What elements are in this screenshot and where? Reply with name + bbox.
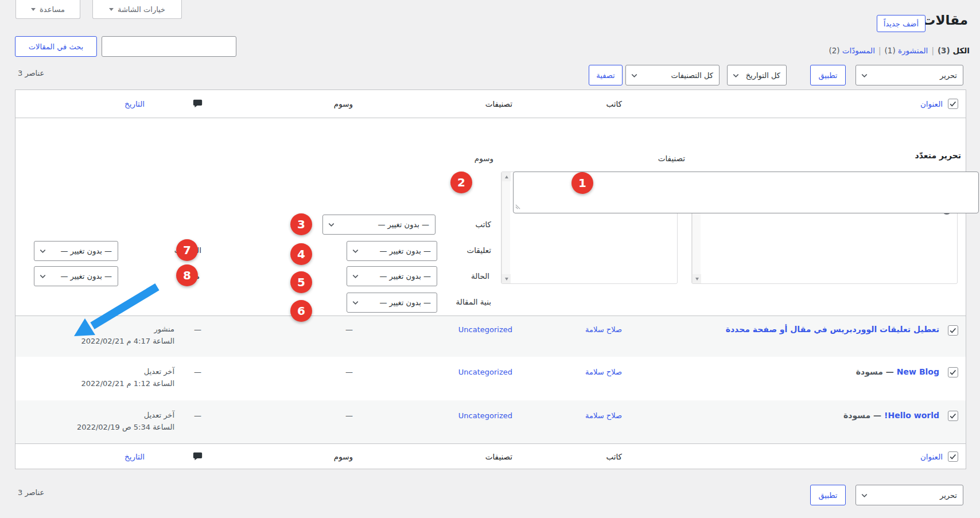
post-tags-cell: —: [345, 325, 353, 334]
scroll-down-icon[interactable]: [693, 274, 701, 283]
bulk-comments-label: تعليقات: [467, 246, 491, 255]
posts-admin-page: مساعدة خيارات الشاشة مقالات أضف جديداً ا…: [0, 0, 980, 518]
chevron-down-icon: [38, 247, 47, 255]
row-checkbox[interactable]: [948, 367, 958, 377]
post-author-link[interactable]: صلاح سلامة: [585, 368, 622, 376]
dates-filter-select[interactable]: كل التواريخ: [727, 65, 787, 85]
items-count-top: 3 عناصر: [18, 69, 44, 77]
annotation-circle-5: 5: [290, 271, 312, 293]
screen-options-tab[interactable]: خيارات الشاشة: [92, 0, 182, 19]
table-header-row: العنوان كاتب تصنيفات وسوم التاريخ: [15, 90, 966, 118]
chevron-down-icon: [351, 272, 360, 281]
filter-all[interactable]: الكل (3): [938, 46, 970, 55]
post-category-link[interactable]: Uncategorized: [458, 325, 512, 334]
bulk-author-select[interactable]: — بدون تغيير —: [322, 215, 435, 235]
chevron-down-icon: [38, 272, 47, 281]
post-tags-cell: —: [345, 368, 353, 376]
select-all-checkbox[interactable]: [948, 99, 958, 109]
dropdown-arrow-icon: [109, 8, 114, 11]
filter-button[interactable]: تصفية: [589, 65, 623, 85]
annotation-arrow: [63, 280, 169, 343]
chevron-down-icon: [630, 71, 639, 80]
bulk-comments-select[interactable]: — بدون تغيير —: [347, 241, 437, 261]
post-category-link[interactable]: Uncategorized: [458, 368, 512, 376]
bulk-author-label: كاتب: [475, 220, 491, 229]
chevron-down-icon: [351, 298, 360, 307]
annotation-circle-8: 8: [176, 264, 198, 286]
page-title: مقالات: [922, 13, 968, 28]
post-status-suffix: — مسودة: [843, 411, 881, 420]
resize-grip-icon[interactable]: [515, 203, 521, 212]
column-date-sort[interactable]: التاريخ: [125, 99, 145, 108]
search-posts-button[interactable]: بحث في المقالات: [15, 36, 97, 57]
annotation-circle-1: 1: [571, 172, 593, 194]
bulk-status-select[interactable]: — بدون تغيير —: [347, 266, 437, 286]
post-comments-cell: —: [194, 411, 201, 420]
posts-table: العنوان كاتب تصنيفات وسوم التاريخ تحرير …: [15, 89, 966, 469]
scroll-down-icon[interactable]: [502, 274, 511, 283]
scrollbar[interactable]: [501, 172, 510, 283]
chevron-down-icon: [327, 220, 336, 229]
table-row: Hello world!— مسودة صلاح سلامة Uncategor…: [15, 400, 966, 443]
row-checkbox[interactable]: [948, 325, 958, 336]
status-filters: الكل (3)|المنشورة (1)|المسودّات (2): [829, 46, 970, 55]
column-categories: تصنيفات: [485, 99, 512, 108]
screen-options-label: خيارات الشاشة: [118, 5, 165, 14]
column-date-sort-bottom[interactable]: التاريخ: [125, 452, 145, 461]
bulk-pings-select[interactable]: — بدون تغيير —: [34, 241, 118, 261]
column-tags: وسوم: [334, 99, 353, 108]
post-title-link[interactable]: تعطيل تعليقات الووردبريس في مقال أو صفحة…: [726, 325, 939, 334]
post-author-link[interactable]: صلاح سلامة: [585, 411, 622, 420]
categories-filter-select[interactable]: كل التصنيفات: [625, 65, 720, 85]
bulk-action-select-bottom[interactable]: تحرير: [855, 485, 963, 505]
add-new-button[interactable]: أضف جديداً: [877, 15, 925, 32]
bulk-categories-label: تصنيفات: [658, 154, 685, 163]
post-date-cell: آخر تعديل 2022/02/21 الساعة 1:12 م: [81, 365, 174, 390]
post-title-link[interactable]: New Blog: [897, 367, 939, 376]
bulk-format-label: بنية المقالة: [456, 297, 491, 306]
table-footer-row: العنوان كاتب تصنيفات وسوم التاريخ: [15, 443, 966, 470]
scroll-up-icon[interactable]: [502, 172, 511, 181]
post-category-link[interactable]: Uncategorized: [458, 411, 512, 420]
bulk-format-select[interactable]: — بدون تغيير —: [347, 293, 437, 313]
annotation-circle-3: 3: [290, 213, 312, 235]
bulk-edit-panel: تحرير متعدّد تعطيل تعليقات الووردبريس في…: [15, 118, 966, 316]
row-checkbox[interactable]: [948, 411, 958, 421]
filter-published[interactable]: المنشورة (1): [885, 46, 928, 55]
annotation-circle-2: 2: [450, 172, 472, 193]
bulk-status-label: الحالة: [471, 271, 489, 281]
comments-icon[interactable]: [193, 99, 203, 110]
items-count-bottom: 3 عناصر: [18, 488, 44, 497]
column-title-sort-bottom[interactable]: العنوان: [920, 452, 943, 461]
post-title-link[interactable]: Hello world!: [884, 411, 939, 420]
annotation-circle-4: 4: [290, 243, 312, 265]
post-status-suffix: — مسودة: [856, 367, 894, 376]
search-input[interactable]: [102, 36, 236, 57]
chevron-down-icon: [351, 247, 360, 255]
chevron-down-icon: [860, 491, 869, 500]
bulk-tags-label: وسوم: [475, 154, 493, 163]
post-tags-cell: —: [345, 411, 353, 420]
post-comments-cell: —: [194, 368, 201, 376]
post-author-link[interactable]: صلاح سلامة: [585, 325, 622, 334]
table-row: New Blog— مسودة صلاح سلامة Uncategorized…: [15, 357, 966, 400]
apply-button-bottom[interactable]: تطبيق: [810, 485, 846, 505]
select-all-checkbox-bottom[interactable]: [948, 451, 958, 462]
column-tags-bottom: وسوم: [334, 452, 353, 461]
post-comments-cell: —: [194, 325, 201, 334]
dropdown-arrow-icon: [31, 8, 36, 11]
column-author: كاتب: [606, 99, 622, 108]
help-tab-label: مساعدة: [40, 5, 65, 14]
column-categories-bottom: تصنيفات: [485, 452, 512, 461]
apply-button-top[interactable]: تطبيق: [810, 65, 846, 85]
annotation-circle-7: 7: [176, 239, 198, 261]
bulk-action-select-top[interactable]: تحرير: [855, 65, 963, 85]
comments-icon[interactable]: [193, 451, 203, 463]
annotation-circle-6: 6: [290, 300, 312, 322]
column-title-sort[interactable]: العنوان: [920, 99, 943, 108]
help-tab[interactable]: مساعدة: [15, 0, 80, 19]
chevron-down-icon: [732, 71, 740, 80]
filter-drafts[interactable]: المسودّات (2): [829, 46, 875, 55]
bulk-edit-legend: تحرير متعدّد: [915, 151, 961, 160]
chevron-down-icon: [860, 71, 869, 80]
